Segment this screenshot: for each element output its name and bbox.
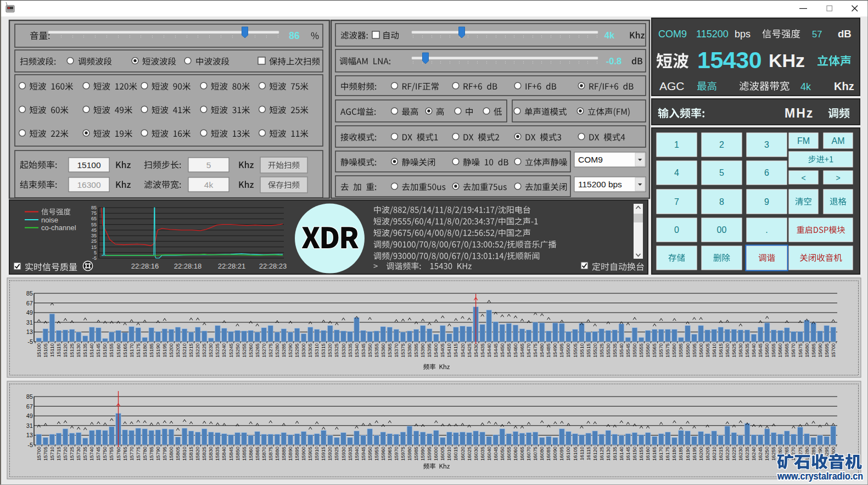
svg-text:15710: 15710 (49, 447, 55, 461)
svg-text:15530: 15530 (606, 343, 611, 358)
svg-text:16130: 16130 (606, 447, 611, 461)
svg-text:16165: 16165 (652, 447, 657, 461)
svg-text:16050: 16050 (500, 447, 505, 461)
svg-text:15955: 15955 (374, 447, 379, 461)
svg-text:15495: 15495 (559, 343, 564, 358)
svg-text:15505: 15505 (573, 343, 578, 358)
svg-text:15295: 15295 (294, 343, 300, 358)
svg-text:15760: 15760 (116, 447, 121, 461)
svg-text:COM9: COM9 (578, 155, 603, 164)
svg-text:16195: 16195 (692, 447, 697, 461)
svg-text:15115: 15115 (56, 343, 61, 357)
svg-text:15595: 15595 (692, 343, 697, 358)
svg-text:15685: 15685 (811, 343, 816, 358)
svg-text:15645: 15645 (758, 343, 763, 358)
svg-text:15225: 15225 (201, 343, 207, 358)
svg-text:4: 4 (674, 168, 679, 177)
svg-text:15340: 15340 (354, 343, 360, 358)
svg-text:16255: 16255 (771, 447, 776, 461)
svg-text:15165: 15165 (122, 343, 128, 358)
svg-text:15370: 15370 (394, 343, 399, 358)
svg-text:31: 31 (26, 422, 33, 429)
svg-text:16175: 16175 (665, 447, 670, 461)
svg-text:22:28:16: 22:28:16 (131, 262, 159, 270)
svg-text:15245: 15245 (228, 343, 234, 358)
svg-text:-5: -5 (92, 255, 97, 261)
svg-text:15755: 15755 (109, 447, 114, 461)
svg-text:15590: 15590 (685, 343, 691, 358)
svg-text:15810: 15810 (182, 447, 187, 461)
svg-text:15580: 15580 (671, 343, 677, 358)
svg-text:15355: 15355 (374, 343, 379, 358)
svg-text:15825: 15825 (201, 447, 207, 461)
svg-text:65: 65 (91, 216, 97, 221)
svg-text:15210: 15210 (182, 343, 187, 358)
svg-text:16245: 16245 (758, 447, 763, 461)
svg-text:16235: 16235 (744, 447, 750, 461)
svg-text:13: 13 (26, 432, 33, 438)
svg-text:15900: 15900 (301, 447, 306, 461)
svg-text:15445: 15445 (493, 343, 499, 358)
svg-text:15460: 15460 (513, 343, 518, 358)
svg-text:15200: 15200 (169, 343, 174, 358)
svg-text:16040: 16040 (486, 447, 492, 461)
svg-text:15275: 15275 (268, 343, 273, 358)
svg-text:16210: 16210 (712, 447, 717, 461)
svg-text:15360: 15360 (380, 343, 386, 358)
svg-text:16015: 16015 (453, 447, 458, 461)
svg-text:8: 8 (719, 197, 724, 207)
svg-text:15350: 15350 (367, 343, 373, 358)
svg-text:15855: 15855 (242, 447, 247, 461)
svg-text:15765: 15765 (122, 447, 128, 461)
svg-text:15555: 15555 (639, 343, 644, 358)
svg-text:35: 35 (91, 233, 97, 238)
svg-text:15300: 15300 (301, 343, 306, 358)
svg-text:16085: 16085 (546, 447, 551, 461)
svg-text:15545: 15545 (625, 343, 631, 358)
svg-text:15875: 15875 (268, 447, 273, 461)
svg-text:16055: 16055 (506, 447, 512, 461)
svg-text:15655: 15655 (771, 343, 776, 358)
svg-text:7: 7 (674, 197, 679, 207)
svg-text:15470: 15470 (526, 343, 531, 358)
svg-text:15565: 15565 (652, 343, 657, 358)
svg-text:15740: 15740 (89, 447, 94, 461)
svg-text:16095: 16095 (559, 447, 564, 461)
svg-text:16225: 16225 (731, 447, 737, 461)
svg-text:15500: 15500 (565, 343, 571, 358)
svg-text:15215: 15215 (188, 343, 194, 358)
svg-text:15135: 15135 (82, 343, 88, 358)
svg-text:bps: bps (735, 29, 751, 40)
svg-text:115200 bps: 115200 bps (578, 180, 622, 189)
svg-text:15265: 15265 (255, 343, 260, 358)
svg-text:15905: 15905 (307, 447, 313, 461)
svg-text:15280: 15280 (275, 343, 280, 358)
svg-text:15425: 15425 (467, 343, 472, 358)
svg-text:15910: 15910 (314, 447, 320, 461)
svg-text:16250: 16250 (764, 447, 770, 461)
svg-text:15620: 15620 (725, 343, 730, 358)
svg-text:15390: 15390 (420, 343, 425, 358)
svg-text:15690: 15690 (817, 343, 823, 358)
svg-text:00: 00 (717, 225, 727, 235)
svg-text:Khz: Khz (834, 80, 854, 92)
svg-text:15700: 15700 (831, 343, 836, 358)
svg-text:15960: 15960 (380, 447, 386, 461)
svg-text:15430: 15430 (697, 47, 761, 73)
svg-text:15525: 15525 (599, 343, 604, 358)
svg-text:15715: 15715 (56, 447, 61, 461)
svg-text:15420: 15420 (460, 343, 466, 358)
svg-text:3: 3 (764, 140, 769, 149)
svg-text:16145: 16145 (625, 447, 631, 461)
svg-text:15375: 15375 (400, 343, 406, 358)
svg-text:15440: 15440 (486, 343, 492, 358)
svg-text:16020: 16020 (460, 447, 466, 461)
svg-text:15890: 15890 (288, 447, 293, 461)
svg-text:15805: 15805 (175, 447, 181, 461)
svg-text:16060: 16060 (513, 447, 518, 461)
svg-text:16025: 16025 (467, 447, 472, 461)
svg-text:15915: 15915 (321, 447, 326, 461)
svg-text:15330: 15330 (341, 343, 346, 358)
svg-text:15235: 15235 (215, 343, 220, 358)
svg-text:15430: 15430 (473, 343, 479, 358)
